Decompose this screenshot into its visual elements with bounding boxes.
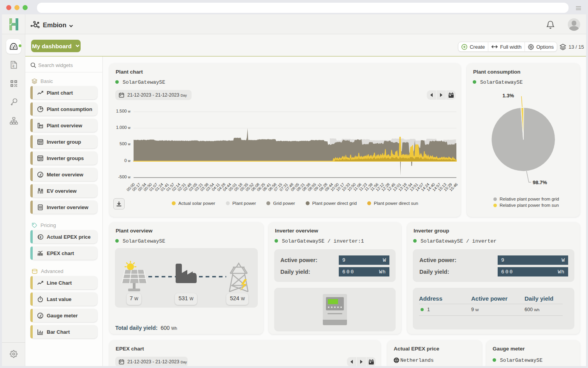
svg-text:€: € [12,64,15,68]
svg-text:€: € [40,235,42,239]
svg-text:98.7%: 98.7% [533,180,547,185]
svg-text:1.3%: 1.3% [502,93,514,99]
